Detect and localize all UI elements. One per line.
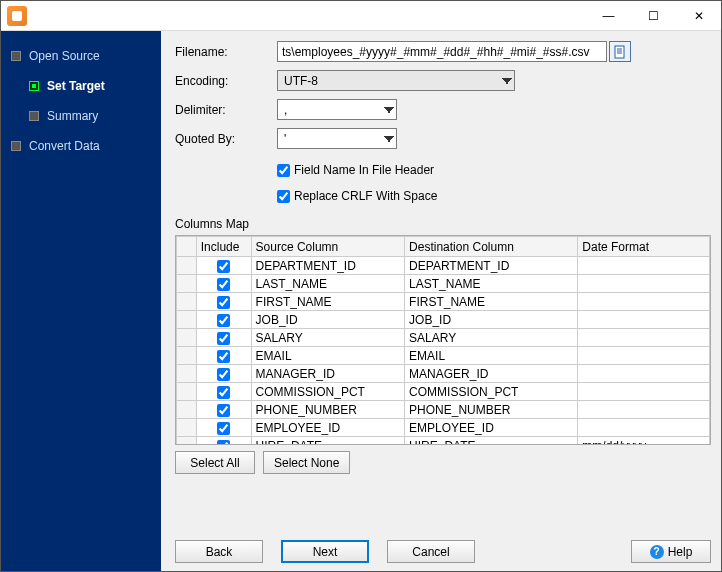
include-cell[interactable] [196, 383, 251, 401]
close-button[interactable]: ✕ [676, 1, 721, 31]
include-checkbox[interactable] [217, 422, 230, 435]
step-open-source[interactable]: Open Source [1, 41, 161, 71]
fmt-cell[interactable] [578, 275, 710, 293]
help-button[interactable]: ? Help [631, 540, 711, 563]
fmt-cell[interactable] [578, 419, 710, 437]
include-cell[interactable] [196, 329, 251, 347]
browse-button[interactable] [609, 41, 631, 62]
source-cell[interactable]: JOB_ID [251, 311, 405, 329]
include-checkbox[interactable] [217, 404, 230, 417]
include-checkbox[interactable] [217, 314, 230, 327]
step-summary[interactable]: Summary [1, 101, 161, 131]
source-cell[interactable]: SALARY [251, 329, 405, 347]
dest-cell[interactable]: HIRE_DATE [405, 437, 578, 446]
table-row[interactable]: PHONE_NUMBERPHONE_NUMBER [177, 401, 710, 419]
table-row[interactable]: FIRST_NAMEFIRST_NAME [177, 293, 710, 311]
dest-cell[interactable]: PHONE_NUMBER [405, 401, 578, 419]
dest-cell[interactable]: JOB_ID [405, 311, 578, 329]
dest-cell[interactable]: EMPLOYEE_ID [405, 419, 578, 437]
dest-cell[interactable]: DEPARTMENT_ID [405, 257, 578, 275]
table-row[interactable]: COMMISSION_PCTCOMMISSION_PCT [177, 383, 710, 401]
include-cell[interactable] [196, 437, 251, 446]
row-selector[interactable] [177, 311, 197, 329]
include-checkbox[interactable] [217, 296, 230, 309]
row-selector[interactable] [177, 347, 197, 365]
include-checkbox[interactable] [217, 260, 230, 273]
source-header[interactable]: Source Column [251, 237, 405, 257]
source-cell[interactable]: LAST_NAME [251, 275, 405, 293]
source-cell[interactable]: PHONE_NUMBER [251, 401, 405, 419]
include-header[interactable]: Include [196, 237, 251, 257]
row-selector[interactable] [177, 329, 197, 347]
fmt-header[interactable]: Date Format [578, 237, 710, 257]
dest-header[interactable]: Destination Column [405, 237, 578, 257]
source-cell[interactable]: DEPARTMENT_ID [251, 257, 405, 275]
source-cell[interactable]: EMPLOYEE_ID [251, 419, 405, 437]
quoted-select[interactable]: ' [277, 128, 397, 149]
minimize-button[interactable]: — [586, 1, 631, 31]
table-row[interactable]: EMAILEMAIL [177, 347, 710, 365]
dest-cell[interactable]: FIRST_NAME [405, 293, 578, 311]
delimiter-select[interactable]: , [277, 99, 397, 120]
include-cell[interactable] [196, 419, 251, 437]
table-row[interactable]: JOB_IDJOB_ID [177, 311, 710, 329]
table-row[interactable]: MANAGER_IDMANAGER_ID [177, 365, 710, 383]
select-all-button[interactable]: Select All [175, 451, 255, 474]
row-selector[interactable] [177, 293, 197, 311]
include-cell[interactable] [196, 311, 251, 329]
dest-cell[interactable]: MANAGER_ID [405, 365, 578, 383]
dest-cell[interactable]: SALARY [405, 329, 578, 347]
table-row[interactable]: HIRE_DATEHIRE_DATEmm/dd/yyyy [177, 437, 710, 446]
include-checkbox[interactable] [217, 332, 230, 345]
dest-cell[interactable]: EMAIL [405, 347, 578, 365]
maximize-button[interactable]: ☐ [631, 1, 676, 31]
row-selector[interactable] [177, 401, 197, 419]
include-cell[interactable] [196, 257, 251, 275]
dest-cell[interactable]: LAST_NAME [405, 275, 578, 293]
fmt-cell[interactable] [578, 311, 710, 329]
table-row[interactable]: EMPLOYEE_IDEMPLOYEE_ID [177, 419, 710, 437]
include-cell[interactable] [196, 401, 251, 419]
fmt-cell[interactable] [578, 401, 710, 419]
field-header-checkbox[interactable] [277, 164, 290, 177]
fmt-cell[interactable] [578, 383, 710, 401]
fmt-cell[interactable] [578, 257, 710, 275]
table-row[interactable]: SALARYSALARY [177, 329, 710, 347]
row-selector[interactable] [177, 419, 197, 437]
include-cell[interactable] [196, 365, 251, 383]
include-checkbox[interactable] [217, 368, 230, 381]
fmt-cell[interactable] [578, 365, 710, 383]
step-convert-data[interactable]: Convert Data [1, 131, 161, 161]
row-selector[interactable] [177, 383, 197, 401]
source-cell[interactable]: COMMISSION_PCT [251, 383, 405, 401]
row-selector[interactable] [177, 257, 197, 275]
table-row[interactable]: LAST_NAMELAST_NAME [177, 275, 710, 293]
back-button[interactable]: Back [175, 540, 263, 563]
include-cell[interactable] [196, 275, 251, 293]
source-cell[interactable]: FIRST_NAME [251, 293, 405, 311]
row-selector[interactable] [177, 365, 197, 383]
include-checkbox[interactable] [217, 440, 230, 445]
include-checkbox[interactable] [217, 278, 230, 291]
filename-input[interactable] [277, 41, 607, 62]
replace-crlf-checkbox[interactable] [277, 190, 290, 203]
row-selector[interactable] [177, 275, 197, 293]
source-cell[interactable]: HIRE_DATE [251, 437, 405, 446]
source-cell[interactable]: MANAGER_ID [251, 365, 405, 383]
dest-cell[interactable]: COMMISSION_PCT [405, 383, 578, 401]
table-row[interactable]: DEPARTMENT_IDDEPARTMENT_ID [177, 257, 710, 275]
include-checkbox[interactable] [217, 386, 230, 399]
next-button[interactable]: Next [281, 540, 369, 563]
include-checkbox[interactable] [217, 350, 230, 363]
include-cell[interactable] [196, 347, 251, 365]
source-cell[interactable]: EMAIL [251, 347, 405, 365]
fmt-cell[interactable]: mm/dd/yyyy [578, 437, 710, 446]
fmt-cell[interactable] [578, 293, 710, 311]
fmt-cell[interactable] [578, 329, 710, 347]
row-selector[interactable] [177, 437, 197, 446]
cancel-button[interactable]: Cancel [387, 540, 475, 563]
step-set-target[interactable]: Set Target [1, 71, 161, 101]
include-cell[interactable] [196, 293, 251, 311]
select-none-button[interactable]: Select None [263, 451, 350, 474]
fmt-cell[interactable] [578, 347, 710, 365]
